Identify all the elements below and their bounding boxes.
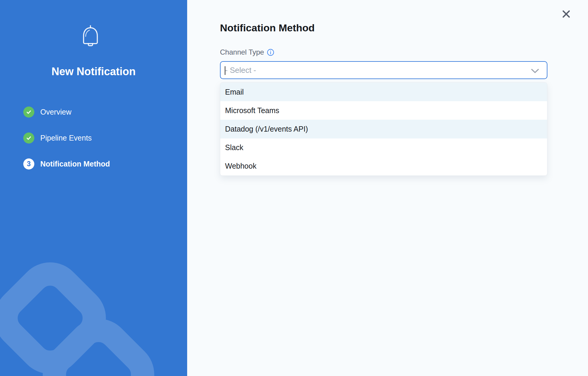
option-email[interactable]: Email — [220, 83, 547, 101]
option-slack[interactable]: Slack — [220, 138, 547, 157]
option-microsoft-teams[interactable]: Microsoft Teams — [220, 101, 547, 120]
channel-type-field-label: Channel Type — [220, 48, 274, 56]
bell-icon — [81, 25, 100, 49]
wizard-title: New Notification — [0, 65, 187, 78]
wizard-sidebar: New Notification Overview Pipeline Event… — [0, 0, 187, 376]
check-icon — [23, 107, 34, 118]
sidebar-item-overview[interactable]: Overview — [23, 107, 110, 118]
step-list: Overview Pipeline Events 3 Notification … — [23, 107, 110, 184]
step-number-badge: 3 — [23, 158, 34, 169]
new-notification-modal: New Notification Overview Pipeline Event… — [0, 0, 588, 376]
option-webhook[interactable]: Webhook — [220, 157, 547, 175]
close-icon[interactable] — [561, 9, 571, 19]
step-label: Overview — [40, 108, 71, 116]
sidebar-item-pipeline-events[interactable]: Pipeline Events — [23, 132, 110, 144]
brand-watermark-icon — [0, 209, 187, 376]
channel-type-label: Channel Type — [220, 48, 264, 56]
check-icon — [23, 132, 34, 144]
sidebar-item-notification-method[interactable]: 3 Notification Method — [23, 158, 110, 169]
chevron-down-icon — [531, 69, 539, 75]
notification-method-panel: Notification Method Channel Type - Selec… — [187, 0, 588, 376]
select-placeholder: - Select - — [225, 62, 256, 79]
channel-type-select[interactable]: - Select - — [220, 61, 547, 79]
page-title: Notification Method — [220, 22, 315, 34]
step-label: Pipeline Events — [40, 134, 92, 142]
channel-type-dropdown: Email Microsoft Teams Datadog (/v1/event… — [220, 82, 547, 176]
option-datadog[interactable]: Datadog (/v1/events API) — [220, 120, 547, 138]
info-icon[interactable] — [267, 49, 274, 56]
step-label: Notification Method — [40, 160, 110, 168]
